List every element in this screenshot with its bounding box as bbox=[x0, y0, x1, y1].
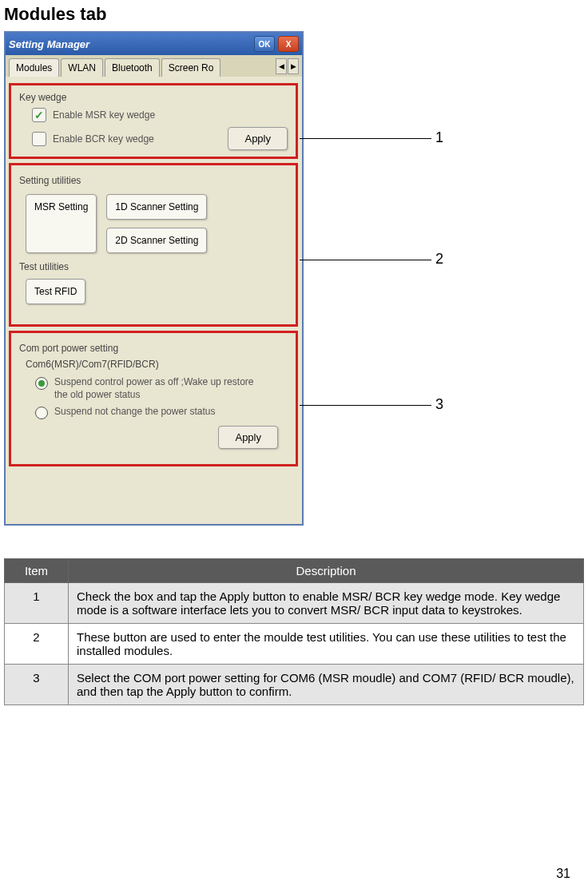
cell-item-3: 3 bbox=[5, 665, 69, 705]
radio-suspend-nochange[interactable] bbox=[35, 407, 48, 419]
th-item: Item bbox=[5, 559, 69, 583]
table-row: 3 Select the COM port power setting for … bbox=[5, 665, 584, 705]
checkbox-enable-bcr[interactable] bbox=[32, 132, 46, 146]
table-row: 2 These button are used to enter the mou… bbox=[5, 624, 584, 665]
tab-scroll-left-icon[interactable]: ◀ bbox=[276, 58, 287, 74]
callout-line-2 bbox=[300, 260, 431, 260]
test-utilities-legend: Test utilities bbox=[19, 261, 288, 272]
radio-suspend-nochange-label: Suspend not change the power status bbox=[54, 406, 215, 419]
table-row: 1 Check the box and tap the Apply button… bbox=[5, 583, 584, 624]
checkbox-enable-msr[interactable] bbox=[32, 108, 46, 122]
ok-button[interactable]: OK bbox=[254, 36, 275, 52]
radio-suspend-off-label: Suspend control power as off ;Wake up re… bbox=[54, 376, 262, 401]
label-enable-bcr: Enable BCR key wedge bbox=[53, 133, 154, 145]
2d-scanner-setting-button[interactable]: 2D Scanner Setting bbox=[106, 228, 207, 253]
label-enable-msr: Enable MSR key wedge bbox=[53, 109, 155, 121]
tab-bluetooth[interactable]: Bluetooth bbox=[105, 58, 160, 77]
setting-manager-window: Setting Manager OK X Modules WLAN Blueto… bbox=[4, 31, 304, 526]
comport-sublabel: Com6(MSR)/Com7(RFID/BCR) bbox=[26, 359, 288, 370]
tab-scroll-right-icon[interactable]: ▶ bbox=[288, 58, 299, 74]
page-heading: Modules tab bbox=[4, 4, 584, 25]
key-wedge-legend: Key wedge bbox=[19, 92, 288, 103]
screenshot-figure: Setting Manager OK X Modules WLAN Blueto… bbox=[4, 31, 451, 526]
cell-desc-2: These button are used to enter the mould… bbox=[69, 624, 584, 665]
tab-wlan[interactable]: WLAN bbox=[61, 58, 103, 77]
radio-suspend-off[interactable] bbox=[35, 377, 48, 390]
test-rfid-button[interactable]: Test RFID bbox=[26, 279, 85, 304]
cell-item-1: 1 bbox=[5, 583, 69, 624]
setting-utilities-legend: Setting utilities bbox=[19, 175, 288, 186]
window-title: Setting Manager bbox=[9, 38, 89, 50]
window-titlebar: Setting Manager OK X bbox=[6, 33, 302, 55]
callout-label-3: 3 bbox=[435, 396, 443, 413]
callout-region-3: Com port power setting Com6(MSR)/Com7(RF… bbox=[9, 331, 298, 466]
1d-scanner-setting-button[interactable]: 1D Scanner Setting bbox=[106, 194, 207, 220]
cell-desc-3: Select the COM port power setting for CO… bbox=[69, 665, 584, 705]
cell-desc-1: Check the box and tap the Apply button t… bbox=[69, 583, 584, 624]
tab-screen-rotation[interactable]: Screen Ro bbox=[161, 58, 221, 77]
tab-bar: Modules WLAN Bluetooth Screen Ro ◀ ▶ bbox=[6, 55, 302, 77]
cell-item-2: 2 bbox=[5, 624, 69, 665]
callout-line-3 bbox=[300, 405, 431, 406]
tab-modules[interactable]: Modules bbox=[9, 58, 59, 77]
close-button[interactable]: X bbox=[278, 36, 299, 52]
description-table: Item Description 1 Check the box and tap… bbox=[4, 558, 584, 705]
callout-line-1 bbox=[300, 138, 431, 139]
comport-legend: Com port power setting bbox=[19, 343, 288, 354]
callout-label-2: 2 bbox=[435, 251, 443, 268]
callout-label-1: 1 bbox=[435, 129, 443, 146]
apply-key-wedge-button[interactable]: Apply bbox=[228, 127, 288, 150]
th-description: Description bbox=[69, 559, 584, 583]
callout-region-1: Key wedge Enable MSR key wedge Enable BC… bbox=[9, 83, 298, 159]
msr-setting-button[interactable]: MSR Setting bbox=[26, 194, 97, 253]
window-body: Key wedge Enable MSR key wedge Enable BC… bbox=[6, 77, 302, 524]
apply-comport-button[interactable]: Apply bbox=[218, 426, 278, 449]
callout-region-2: Setting utilities MSR Setting 1D Scanner… bbox=[9, 163, 298, 327]
